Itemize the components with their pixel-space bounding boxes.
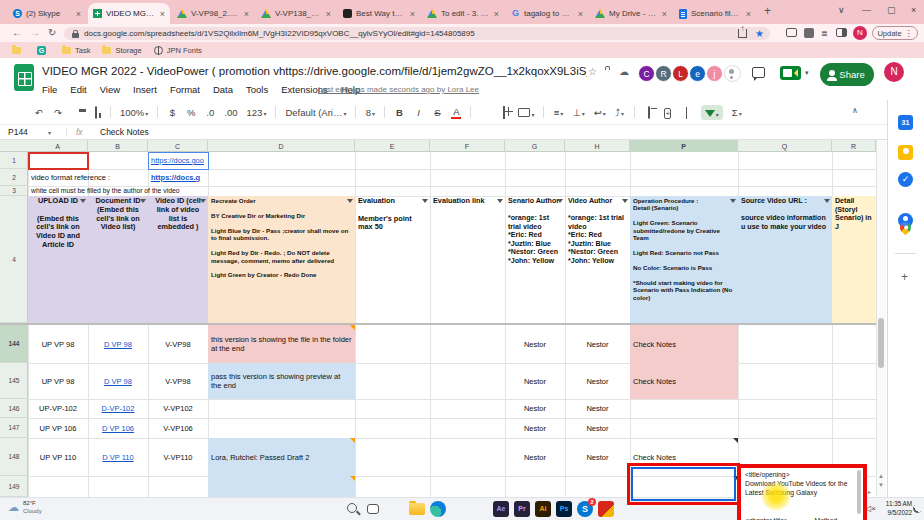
edge-icon[interactable] <box>430 501 446 517</box>
increase-decimal-icon[interactable]: .00 <box>224 107 237 118</box>
globe-icon[interactable] <box>154 46 163 55</box>
insert-comment-icon[interactable]: + <box>664 108 671 119</box>
media-controls-icon[interactable] <box>786 28 797 37</box>
note-scrollbar-thumb[interactable] <box>857 470 861 514</box>
bookmark-star-icon[interactable]: ★ <box>755 28 764 39</box>
taskbar-weather[interactable]: ☁ 82°FCloudy <box>8 500 42 515</box>
cell-f4[interactable]: Evaluation link <box>430 196 505 323</box>
tab-close-icon[interactable]: × <box>494 9 499 19</box>
filter-funnel-icon[interactable] <box>730 199 736 203</box>
filter-funnel-icon[interactable] <box>200 199 206 203</box>
tab-translate[interactable]: G tagalog to engli… × <box>506 3 588 24</box>
illustrator-icon[interactable]: Ai <box>535 501 551 517</box>
cell-c147[interactable]: V-VP106 <box>148 418 208 438</box>
filter-funnel-icon[interactable] <box>140 199 146 203</box>
col-header-b[interactable]: B <box>88 140 148 152</box>
cell-h4[interactable]: Video Author *orange: 1st trial video *E… <box>565 196 630 323</box>
col-header-a[interactable]: A <box>28 140 88 152</box>
cell-a148[interactable]: UP VP 110 <box>28 438 88 476</box>
cell-b147[interactable]: D VP 106 <box>88 418 148 438</box>
menu-insert[interactable]: Insert <box>133 84 157 95</box>
filter-icon[interactable]: ▾ <box>701 105 723 120</box>
cell-a145[interactable]: UP VP 98 <box>28 363 88 399</box>
spreadsheet-grid[interactable]: A B C D E F G H P Q R 1 2 3 4 144 145 14… <box>0 140 876 497</box>
col-header-p[interactable]: P <box>630 140 738 152</box>
cell-d145[interactable]: pass this version is showing preview at … <box>208 363 355 399</box>
menu-data[interactable]: Data <box>213 84 233 95</box>
text-color-icon[interactable]: A <box>451 106 461 119</box>
cell-r4[interactable]: Detail (Storyl Senario) in J <box>832 196 876 323</box>
name-box-caret-icon[interactable]: ▾ <box>48 129 66 136</box>
sheets-logo-icon[interactable] <box>14 64 34 91</box>
row-header-148[interactable]: 148 <box>0 438 28 476</box>
bookmark-g-icon[interactable]: G <box>37 46 46 55</box>
filter-funnel-icon[interactable] <box>497 199 503 203</box>
vertical-align-icon[interactable]: ⊥▾ <box>572 107 584 118</box>
more-formats-icon[interactable]: 123▾ <box>247 107 267 118</box>
cell-c4[interactable]: Video ID (cell link of video list is emb… <box>148 196 208 323</box>
bookmark-task[interactable]: Task <box>75 46 90 55</box>
account-avatar[interactable]: N <box>884 62 904 82</box>
premiere-icon[interactable]: Pr <box>514 501 530 517</box>
col-header-e[interactable]: E <box>355 140 430 152</box>
tab-search-chevron-icon[interactable]: ∨ <box>838 5 845 15</box>
row-header-3[interactable]: 3 <box>0 186 28 196</box>
tab-best-way[interactable]: Best Way to Rec… × <box>338 3 420 24</box>
col-header-f[interactable]: F <box>430 140 505 152</box>
after-effects-icon[interactable]: Ae <box>493 501 509 517</box>
cell-g147[interactable]: Nestor <box>505 418 565 438</box>
scroll-right-icon[interactable]: ▸ <box>868 488 871 495</box>
tab-close-icon[interactable]: × <box>746 9 751 19</box>
cell-b148[interactable]: D VP 110 <box>88 438 148 476</box>
cell-p4[interactable]: Operation Procedure : Detail (Senario) L… <box>630 196 738 323</box>
filter-funnel-icon[interactable] <box>557 199 563 203</box>
bold-icon[interactable]: B <box>394 107 404 118</box>
cell-b145[interactable]: D VP 98 <box>88 363 148 399</box>
strikethrough-icon[interactable]: S <box>432 107 442 118</box>
meet-caret-icon[interactable]: ▾ <box>805 69 809 77</box>
cell-a146[interactable]: UP-VP-102 <box>28 399 88 418</box>
italic-icon[interactable]: I <box>413 107 423 118</box>
keep-icon[interactable] <box>898 145 913 160</box>
cell-b4[interactable]: Document ID (Embed this cell's link on V… <box>88 196 148 323</box>
col-header-r[interactable]: R <box>832 140 876 152</box>
cell-g146[interactable]: Nestor <box>505 399 565 418</box>
cell-d149[interactable] <box>208 476 355 497</box>
currency-format-icon[interactable]: $ <box>167 107 177 118</box>
window-close-button[interactable]: × <box>911 5 916 15</box>
window-maximize-button[interactable]: ▢ <box>887 5 896 15</box>
redo-icon[interactable]: ↷ <box>53 107 63 118</box>
filter-funnel-icon[interactable] <box>422 199 428 203</box>
scroll-down-icon[interactable]: ▼ <box>878 482 884 488</box>
row-header-1[interactable]: 1 <box>0 152 28 169</box>
document-title[interactable]: VIDEO MGR 2022 - VideoPower ( promotion … <box>42 65 587 77</box>
cell-p144-selected[interactable]: Check Notes <box>630 325 738 363</box>
cell-g145[interactable]: Nestor <box>505 363 565 399</box>
font-size-select[interactable]: 8▾ <box>365 107 375 118</box>
col-header-h[interactable]: H <box>565 140 630 152</box>
scroll-up-icon[interactable]: ▲ <box>878 473 884 479</box>
cell-g144[interactable]: Nestor <box>505 325 565 363</box>
tab-vp98[interactable]: V-VP98_2.mp4 × <box>172 3 254 24</box>
new-tab-button[interactable]: + <box>764 4 771 18</box>
vertical-scrollbar-thumb[interactable] <box>878 318 884 368</box>
functions-icon[interactable]: Σ▾ <box>732 107 742 118</box>
cell-h145[interactable]: Nestor <box>565 363 630 399</box>
cell-a3[interactable]: white cell must be filled by the author … <box>28 186 228 196</box>
paint-format-icon[interactable] <box>95 106 97 119</box>
url-text[interactable]: docs.google.com/spreadsheets/d/1VS2QilxI… <box>84 29 738 38</box>
taskbar-search-icon[interactable] <box>346 501 362 517</box>
filter-funnel-icon[interactable] <box>824 199 830 203</box>
reading-list-icon[interactable]: ≣ <box>821 29 828 38</box>
photoshop-icon[interactable]: Ps <box>556 501 572 517</box>
collaborator-avatar[interactable]: R <box>655 65 672 82</box>
collaborator-avatar[interactable]: j <box>706 65 723 82</box>
cell-h146[interactable]: Nestor <box>565 399 630 418</box>
filter-funnel-icon[interactable] <box>622 199 628 203</box>
tab-close-icon[interactable]: × <box>410 9 415 19</box>
bookmark-storage[interactable]: Storage <box>115 46 141 55</box>
maps-icon[interactable] <box>898 222 913 237</box>
collaborator-avatar[interactable]: C <box>638 65 655 82</box>
reload-icon[interactable]: ↻ <box>48 27 56 38</box>
cell-d148[interactable]: Lora, Rutchel: Passed Draft 2 <box>208 438 355 476</box>
